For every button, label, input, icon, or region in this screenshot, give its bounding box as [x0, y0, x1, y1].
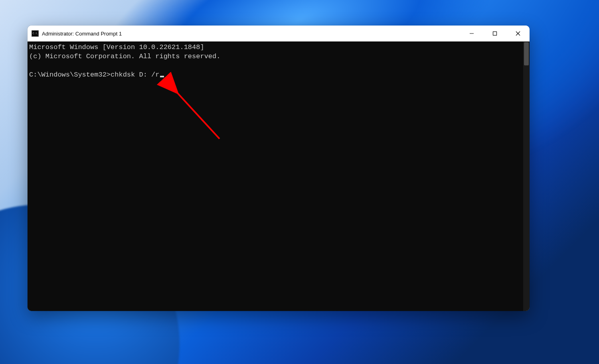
scrollbar-thumb[interactable]	[524, 42, 529, 65]
close-icon	[516, 31, 520, 36]
command-prompt-window: Administrator: Command Prompt 1 Microsof…	[28, 26, 530, 311]
copyright-line: (c) Microsoft Corporation. All rights re…	[29, 53, 220, 60]
minimize-icon	[469, 31, 474, 36]
text-cursor	[160, 76, 164, 77]
prompt-text: C:\Windows\System32>	[29, 71, 111, 79]
window-controls	[460, 26, 530, 41]
maximize-button[interactable]	[483, 26, 506, 41]
svg-rect-1	[493, 32, 497, 35]
cmd-icon	[32, 30, 39, 37]
titlebar[interactable]: Administrator: Command Prompt 1	[28, 26, 530, 41]
scrollbar[interactable]	[523, 41, 530, 311]
close-button[interactable]	[506, 26, 530, 41]
minimize-button[interactable]	[460, 26, 483, 41]
command-text: chkdsk D: /r	[111, 71, 159, 79]
window-title: Administrator: Command Prompt 1	[42, 31, 122, 37]
terminal-output[interactable]: Microsoft Windows [Version 10.0.22621.18…	[28, 41, 523, 311]
maximize-icon	[492, 31, 497, 36]
version-line: Microsoft Windows [Version 10.0.22621.18…	[29, 43, 204, 51]
terminal-area: Microsoft Windows [Version 10.0.22621.18…	[28, 41, 530, 311]
